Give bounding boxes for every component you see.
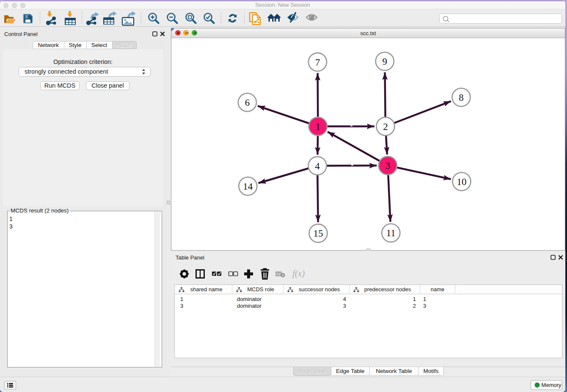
svg-text:1: 1 (316, 121, 321, 132)
svg-text:10: 10 (457, 177, 467, 187)
svg-text:2: 2 (383, 121, 388, 132)
svg-text:9: 9 (383, 56, 388, 67)
svg-text:14: 14 (243, 181, 253, 192)
svg-text:f(x): f(x) (292, 268, 305, 279)
svg-text:3: 3 (385, 160, 391, 171)
svg-text:6: 6 (245, 97, 250, 108)
svg-text:15: 15 (314, 228, 323, 239)
svg-text:8: 8 (459, 92, 464, 103)
svg-text:4: 4 (315, 161, 320, 171)
svg-text:11: 11 (386, 228, 396, 238)
svg-text:7: 7 (315, 57, 320, 68)
